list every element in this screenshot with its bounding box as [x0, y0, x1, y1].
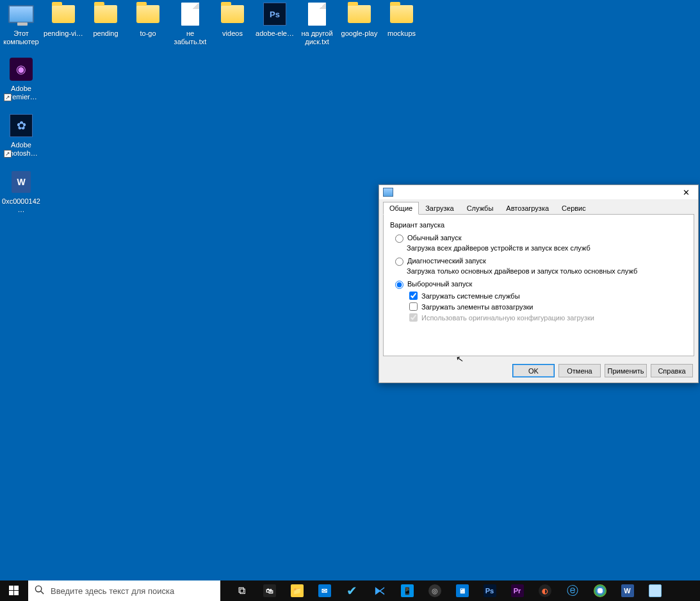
taskbar-app-obs[interactable]: ◎ — [421, 580, 448, 601]
radio-diagnostic-startup[interactable]: Диагностический запуск — [395, 257, 687, 266]
mail-icon: ✉ — [318, 584, 331, 597]
checkbox-load-startup-items[interactable]: Загружать элементы автозагрузки — [409, 302, 687, 311]
checkbox-input[interactable] — [409, 292, 418, 300]
icon-label: google-play — [338, 29, 380, 38]
apply-button[interactable]: Применить — [605, 364, 647, 377]
radio-normal-startup[interactable]: Обычный запуск — [395, 234, 687, 243]
taskbar-app-davinci[interactable]: ◐ — [531, 580, 558, 601]
davinci-icon: ◐ — [539, 584, 551, 597]
taskbar-app-phone[interactable]: 📱 — [393, 580, 421, 601]
msconfig-window: ✕ Общие Загрузка Службы Автозагрузка Сер… — [378, 185, 699, 383]
svg-point-4 — [35, 586, 41, 591]
system-icon — [383, 188, 393, 197]
tab-startup[interactable]: Автозагрузка — [500, 202, 555, 215]
config-icon — [649, 584, 662, 597]
desktop-icon-mockups[interactable]: mockups — [380, 1, 423, 38]
desktop-icon-0xc0000142[interactable]: W 0xc0000142… — [0, 169, 42, 214]
startup-variant-label: Вариант запуска — [390, 221, 687, 229]
tab-services[interactable]: Службы — [460, 202, 500, 215]
tab-panel-general: Вариант запуска Обычный запуск Загрузка … — [383, 214, 694, 356]
checkbox-use-original-boot-config: Использовать оригинальную конфигурацию з… — [409, 313, 687, 322]
radio-input[interactable] — [395, 281, 403, 289]
taskbar-app-explorer[interactable]: 📁 — [283, 580, 311, 601]
close-button[interactable]: ✕ — [676, 186, 696, 199]
icon-label: adobe-ele… — [254, 29, 296, 38]
folder-icon — [390, 5, 413, 23]
taskbar-app-store[interactable]: 🛍 — [256, 580, 283, 601]
checkbox-input[interactable] — [409, 302, 418, 311]
radio-input[interactable] — [395, 258, 403, 266]
cancel-button[interactable]: Отмена — [558, 364, 601, 377]
icon-label: pending-vi… — [42, 29, 85, 38]
store-icon: 🛍 — [263, 584, 276, 597]
desktop-icon-pending[interactable]: pending — [85, 1, 127, 38]
start-button[interactable] — [0, 580, 28, 601]
desktop-icon-google-play[interactable]: google-play — [338, 1, 380, 38]
search-icon — [35, 585, 44, 597]
desktop-icon-pending-vi[interactable]: pending-vi… — [42, 1, 85, 38]
desktop-icon-to-go[interactable]: to-go — [127, 1, 169, 38]
ok-button[interactable]: OK — [512, 364, 555, 377]
titlebar[interactable]: ✕ — [379, 185, 698, 199]
desktop-icon-adobe-premiere[interactable]: ↗ Adobe Premier… — [0, 56, 42, 101]
folder-icon — [221, 5, 244, 23]
windows-logo-icon — [9, 586, 19, 596]
taskbar-app-chrome[interactable] — [586, 580, 614, 601]
taskbar-app-vscode[interactable]: ⧔ — [366, 580, 393, 601]
tab-boot[interactable]: Загрузка — [419, 202, 460, 215]
icon-label: pending — [85, 29, 127, 38]
tab-tools[interactable]: Сервис — [555, 202, 592, 215]
svg-rect-3 — [14, 591, 19, 595]
taskbar-app-msconfig[interactable] — [641, 580, 669, 601]
desktop-icon-this-pc[interactable]: Этот компьютер — [0, 1, 42, 46]
taskbar-app-todo[interactable]: ✔ — [338, 580, 366, 601]
taskbar-app-mail[interactable]: ✉ — [311, 580, 338, 601]
checkbox-load-system-services[interactable]: Загружать системные службы — [409, 292, 687, 300]
shortcut-badge-icon: ↗ — [4, 150, 12, 158]
svg-rect-1 — [14, 586, 19, 590]
desktop-icon-ne-zabyt[interactable]: не забыть.txt — [169, 1, 211, 46]
radio-desc: Загрузка только основных драйверов и зап… — [407, 267, 687, 275]
tab-strip: Общие Загрузка Службы Автозагрузка Серви… — [379, 199, 698, 215]
svg-rect-0 — [9, 586, 13, 590]
desktop-icon-adobe-photoshop[interactable]: ↗ Adobe Photosh… — [0, 113, 42, 158]
help-button[interactable]: Справка — [651, 364, 693, 377]
obs-icon: ◎ — [428, 584, 441, 597]
radio-desc: Загрузка всех драйверов устройств и запу… — [407, 244, 687, 252]
radio-label: Выборочный запуск — [407, 280, 472, 288]
tab-general[interactable]: Общие — [383, 202, 419, 215]
icon-label: mockups — [380, 29, 423, 38]
folder-icon — [94, 5, 117, 23]
task-view-button[interactable]: ⧉ — [228, 580, 256, 601]
shortcut-badge-icon: ↗ — [4, 94, 12, 101]
folder-icon — [136, 5, 159, 23]
edge-icon: ⓔ — [567, 583, 578, 598]
computer-icon — [8, 5, 34, 23]
taskbar-app-photoshop[interactable]: Ps — [476, 580, 503, 601]
premiere-icon — [10, 58, 33, 81]
photoshop-icon — [10, 114, 33, 137]
search-placeholder: Введите здесь текст для поиска — [51, 586, 174, 596]
desktop-icon-na-drugoy[interactable]: на другой диск.txt — [296, 1, 338, 46]
icon-label: на другой диск.txt — [296, 29, 338, 46]
chrome-icon — [594, 584, 606, 597]
taskbar-app-word[interactable]: W — [614, 580, 641, 601]
task-view-icon: ⧉ — [238, 585, 245, 597]
taskbar-app-edge[interactable]: ⓔ — [558, 580, 586, 601]
word-doc-icon: W — [12, 171, 31, 193]
desktop-icon-adobe-ele[interactable]: Ps adobe-ele… — [254, 1, 296, 38]
radio-input[interactable] — [395, 235, 403, 243]
folder-icon — [52, 5, 75, 23]
premiere-icon: Pr — [511, 584, 524, 597]
taskbar: Введите здесь текст для поиска ⧉ 🛍 📁 ✉ ✔… — [0, 580, 700, 601]
radio-label: Диагностический запуск — [407, 257, 486, 265]
search-box[interactable]: Введите здесь текст для поиска — [28, 580, 220, 601]
radio-selective-startup[interactable]: Выборочный запуск — [395, 280, 687, 289]
explorer-icon: 📁 — [291, 584, 304, 597]
taskbar-app-premiere[interactable]: Pr — [503, 580, 531, 601]
vscode-icon: ⧔ — [374, 584, 386, 598]
taskbar-app-remote[interactable]: 🖥 — [448, 580, 476, 601]
icon-label: videos — [211, 29, 254, 38]
desktop-icon-videos[interactable]: videos — [211, 1, 254, 38]
photoshop-icon: Ps — [484, 584, 496, 597]
